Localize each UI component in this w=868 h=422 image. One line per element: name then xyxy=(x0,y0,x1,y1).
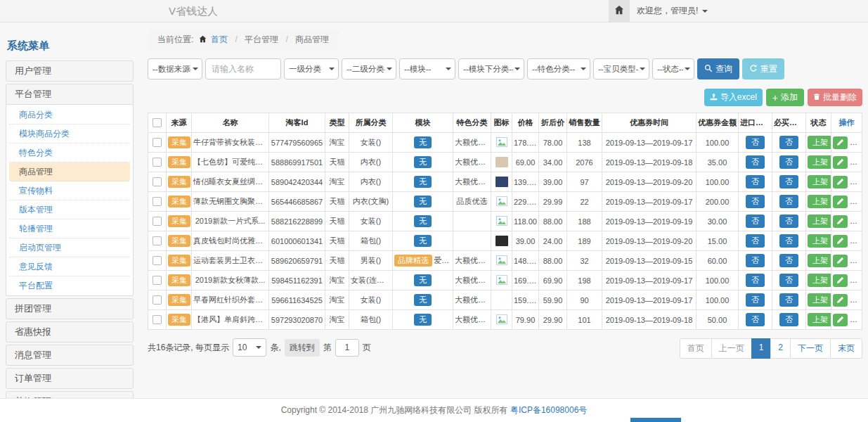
source-cell: 采集 xyxy=(167,290,192,310)
filter-select-data-source[interactable]: --数据来源-- xyxy=(148,58,202,79)
sidebar-group-header[interactable]: 消息管理 xyxy=(6,345,134,366)
row-checkbox[interactable] xyxy=(153,217,162,226)
sidebar-item[interactable]: 特色分类 xyxy=(9,143,130,162)
row-checkbox[interactable] xyxy=(153,315,162,324)
row-checkbox[interactable] xyxy=(153,177,162,186)
query-button[interactable]: 查询 xyxy=(697,58,739,79)
module-cell: 无 xyxy=(393,290,453,310)
import-select-toggle[interactable]: 否 xyxy=(746,234,765,248)
sidebar-item[interactable]: 版本管理 xyxy=(9,200,130,219)
must-buy-toggle[interactable]: 否 xyxy=(779,195,798,208)
edit-button[interactable] xyxy=(833,314,848,326)
row-checkbox[interactable] xyxy=(153,256,162,265)
import-select-toggle[interactable]: 否 xyxy=(746,155,765,169)
sidebar-group-header[interactable]: 用户管理 xyxy=(6,60,134,82)
module-badge: 无 xyxy=(414,314,432,326)
import-select-toggle[interactable]: 否 xyxy=(746,293,765,307)
import-select-toggle[interactable]: 否 xyxy=(746,175,765,188)
sidebar-item[interactable]: 商品分类 xyxy=(9,106,130,124)
import-select-toggle[interactable]: 否 xyxy=(746,136,765,149)
filter-select-level2-category[interactable]: --二级分类-- xyxy=(342,58,396,79)
edit-button[interactable] xyxy=(833,156,848,169)
sidebar-group-header[interactable]: 平台管理 xyxy=(6,84,134,105)
table-row: 采集【港风】单肩斜跨链条...597293020870淘宝箱包()无大额优惠券7… xyxy=(148,310,862,330)
row-checkbox[interactable] xyxy=(153,276,162,285)
home-button[interactable] xyxy=(609,0,630,22)
page-prev[interactable]: 上一页 xyxy=(711,338,752,359)
user-menu[interactable]: 欢迎您，管理员! xyxy=(637,0,708,22)
edit-button[interactable] xyxy=(833,196,848,208)
status-toggle[interactable]: 上架 xyxy=(808,254,831,267)
page-next[interactable]: 下一页 xyxy=(790,338,831,359)
row-checkbox[interactable] xyxy=(153,236,162,245)
status-toggle[interactable]: 上架 xyxy=(808,293,831,307)
must-buy-toggle[interactable]: 否 xyxy=(779,175,798,188)
edit-button[interactable] xyxy=(833,274,848,287)
icp-link[interactable]: 粤ICP备16098006号 xyxy=(510,405,587,415)
edit-button[interactable] xyxy=(833,215,848,228)
page-last[interactable]: 末页 xyxy=(830,338,862,359)
edit-button[interactable] xyxy=(833,235,848,248)
must-buy-toggle[interactable]: 否 xyxy=(779,136,798,149)
row-checkbox[interactable] xyxy=(153,158,162,167)
row-checkbox[interactable] xyxy=(153,138,162,147)
batch-delete-button[interactable]: 批量删除 xyxy=(808,89,862,106)
edit-button[interactable] xyxy=(833,255,848,267)
sidebar-item[interactable]: 启动页管理 xyxy=(9,238,130,257)
import-select-toggle[interactable]: 否 xyxy=(746,254,765,267)
must-buy-toggle[interactable]: 否 xyxy=(779,155,798,169)
row-checkbox[interactable] xyxy=(153,295,162,305)
status-toggle[interactable]: 上架 xyxy=(808,313,831,326)
must-buy-toggle[interactable]: 否 xyxy=(779,313,798,326)
sidebar-group-header[interactable]: 订单管理 xyxy=(6,368,134,389)
must-buy-toggle[interactable]: 否 xyxy=(779,215,798,228)
import-select-toggle[interactable]: 否 xyxy=(746,274,765,287)
status-toggle[interactable]: 上架 xyxy=(808,274,831,287)
caret-down-icon xyxy=(387,68,392,70)
page-first[interactable]: 首页 xyxy=(680,338,712,359)
sidebar-item[interactable]: 模块商品分类 xyxy=(9,124,130,143)
import-excel-button[interactable]: 导入excel xyxy=(704,89,763,106)
status-toggle[interactable]: 上架 xyxy=(808,234,831,248)
status-toggle[interactable]: 上架 xyxy=(808,215,831,228)
discount-price: 29.99 xyxy=(539,192,567,212)
jump-button[interactable]: 跳转到 xyxy=(285,339,320,357)
import-select-toggle[interactable]: 否 xyxy=(746,215,765,228)
sidebar-group-header[interactable]: 拼团管理 xyxy=(6,298,134,319)
status-toggle[interactable]: 上架 xyxy=(808,136,831,149)
status-toggle[interactable]: 上架 xyxy=(808,195,831,208)
filter-select-feature-category[interactable]: --特色分类-- xyxy=(527,58,590,79)
per-page-select[interactable]: 10 xyxy=(233,338,266,357)
row-checkbox[interactable] xyxy=(153,197,162,206)
sidebar-item[interactable]: 意见反馈 xyxy=(9,257,130,276)
filter-select-level1-category[interactable]: 一级分类 xyxy=(284,58,339,79)
page-number[interactable]: 2 xyxy=(770,338,791,359)
name-search-input[interactable] xyxy=(205,58,281,79)
page-number-input[interactable] xyxy=(335,339,359,357)
sidebar-group-header[interactable]: 省惠快报 xyxy=(6,321,134,343)
page-number[interactable]: 1 xyxy=(751,338,772,359)
filter-select-module-subcategory[interactable]: --模块下分类-- xyxy=(458,58,524,79)
must-buy-toggle[interactable]: 否 xyxy=(779,254,798,267)
filter-select-status[interactable]: --状态-- xyxy=(652,58,694,79)
import-select-toggle[interactable]: 否 xyxy=(746,313,765,326)
breadcrumb-home-link[interactable]: 首页 xyxy=(211,34,228,44)
must-buy-toggle[interactable]: 否 xyxy=(779,274,798,287)
sidebar-item[interactable]: 轮播管理 xyxy=(9,219,130,238)
import-select-toggle[interactable]: 否 xyxy=(746,195,765,208)
reset-button[interactable]: 重置 xyxy=(742,58,784,79)
filter-select-item-type[interactable]: --宝贝类型-- xyxy=(593,58,649,79)
status-toggle[interactable]: 上架 xyxy=(808,175,831,188)
sidebar-item[interactable]: 商品管理 xyxy=(9,162,130,181)
must-buy-toggle[interactable]: 否 xyxy=(779,293,798,307)
select-all-checkbox[interactable] xyxy=(153,118,162,127)
status-toggle[interactable]: 上架 xyxy=(808,155,831,169)
edit-button[interactable] xyxy=(833,294,848,307)
must-buy-toggle[interactable]: 否 xyxy=(779,234,798,248)
edit-button[interactable] xyxy=(833,176,848,188)
sidebar-item[interactable]: 宣传物料 xyxy=(9,181,130,200)
edit-button[interactable] xyxy=(833,136,848,149)
filter-select-module[interactable]: --模块-- xyxy=(399,58,455,79)
add-button[interactable]: + 添加 xyxy=(766,89,804,106)
sidebar-item[interactable]: 平台配置 xyxy=(9,276,130,295)
